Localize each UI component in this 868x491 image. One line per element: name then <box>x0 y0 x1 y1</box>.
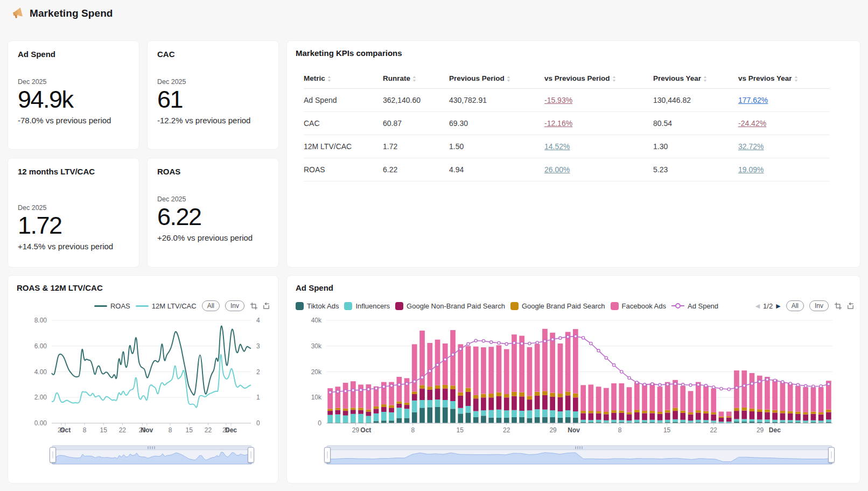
svg-text:15: 15 <box>186 426 193 434</box>
svg-text:22: 22 <box>710 426 717 434</box>
kpi-card-roas: ROAS Dec 2025 6.22 +26.0% vs previous pe… <box>147 158 279 268</box>
svg-text:40k: 40k <box>311 317 322 324</box>
kpi-title: ROAS <box>157 167 269 176</box>
line-swatch <box>136 305 149 307</box>
cell-runrate: 362,140.60 <box>383 89 449 112</box>
column-header-vs-previous-period[interactable]: vs Previous Period <box>544 69 653 89</box>
legend-prev-page-icon[interactable]: ◀ <box>755 303 760 309</box>
legend-item-roas[interactable]: ROAS <box>94 302 130 310</box>
cell-vs-previous-period-link[interactable]: 14.52% <box>544 142 570 151</box>
restore-icon[interactable] <box>262 302 270 310</box>
swatch <box>611 302 619 310</box>
svg-text:6.00: 6.00 <box>34 342 47 350</box>
cell-vs-previous-year-link[interactable]: 177.62% <box>738 96 768 104</box>
kpi-table: MetricRunratePrevious Periodvs Previous … <box>304 69 830 181</box>
svg-text:Nov: Nov <box>568 426 580 434</box>
zoom-select-icon[interactable] <box>834 302 842 310</box>
cell-vs-previous-year-link[interactable]: -24.42% <box>738 119 766 128</box>
cell-previous-year: 1.30 <box>653 135 738 158</box>
datazoom-move-bar[interactable] <box>52 446 251 450</box>
legend-item-12m-ltv-cac[interactable]: 12M LTV/CAC <box>136 302 197 310</box>
kpi-title: Ad Spend <box>18 50 129 59</box>
cell-vs-previous-period-link[interactable]: -15.93% <box>544 96 572 104</box>
sort-icon <box>794 76 798 82</box>
svg-text:3: 3 <box>256 342 260 350</box>
column-header-runrate[interactable]: Runrate <box>383 69 449 89</box>
series-tiktok-ads <box>327 407 831 423</box>
cell-vs-previous-period-link[interactable]: 26.00% <box>544 165 570 174</box>
svg-text:30k: 30k <box>311 342 322 350</box>
svg-text:15: 15 <box>100 426 108 434</box>
table-title: Marketing KPIs comparions <box>296 48 851 58</box>
roas-ltv-datazoom-slider[interactable] <box>52 445 252 465</box>
legend-page-indicator: 1/2 <box>763 302 773 310</box>
series-12m-ltv-cac <box>52 355 251 408</box>
datazoom-right-handle[interactable] <box>248 447 254 463</box>
column-header-metric[interactable]: Metric <box>304 69 383 89</box>
legend-all-button[interactable]: All <box>786 300 804 311</box>
roas-ltv-legend: ROAS 12M LTV/CAC All Inv <box>94 300 270 311</box>
cell-vs-previous-period-link[interactable]: -12.16% <box>544 119 572 128</box>
series-influencers <box>327 399 831 423</box>
cell-vs-previous-year-link[interactable]: 19.09% <box>738 165 764 174</box>
column-header-vs-previos-year[interactable]: vs Previos Year <box>738 69 830 89</box>
restore-icon[interactable] <box>846 302 855 310</box>
legend-item-ad-spend-line[interactable]: Ad Spend <box>671 302 718 310</box>
series-google-brand-paid-search <box>327 385 831 418</box>
legend-item-google-brand-paid-search[interactable]: Google Brand Paid Search <box>510 302 605 310</box>
datazoom-right-handle[interactable] <box>828 447 835 463</box>
marketing-spend-dashboard: Marketing Spend Ad Spend Dec 2025 94.9k … <box>0 0 868 491</box>
series-facebook-ads <box>327 329 831 417</box>
ad-spend-chart[interactable]: 010k20k30k40k29Oct8152229Nov8152229Dec <box>287 313 861 440</box>
chart-title: ROAS & 12M LTV/CAC <box>17 283 103 292</box>
kpi-card-cac: CAC Dec 2025 61 -12.2% vs previous perio… <box>147 40 279 150</box>
svg-text:20k: 20k <box>311 368 322 376</box>
cell-metric: Ad Spend <box>304 89 383 112</box>
svg-text:29: 29 <box>352 426 360 434</box>
legend-item-facebook-ads[interactable]: Facebook Ads <box>611 302 666 310</box>
cell-previous-period: 4.94 <box>449 158 544 181</box>
svg-text:8: 8 <box>411 426 415 434</box>
legend-all-button[interactable]: All <box>202 300 220 311</box>
cell-previous-period: 430,782.91 <box>449 89 544 112</box>
kpi-delta: -12.2% vs previous period <box>157 116 269 125</box>
cell-previous-period: 1.50 <box>449 135 544 158</box>
column-header-previous-period[interactable]: Previous Period <box>449 69 544 89</box>
svg-text:8: 8 <box>83 426 87 434</box>
cell-previous-year: 5.23 <box>653 158 738 181</box>
ad-spend-datazoom-slider[interactable] <box>326 445 832 465</box>
swatch <box>344 302 352 310</box>
legend-item-influencers[interactable]: Influencers <box>344 302 390 310</box>
legend-inv-button[interactable]: Inv <box>225 300 244 311</box>
cell-previous-year: 130,446.82 <box>653 89 738 112</box>
roas-ltv-chart[interactable]: 0.0002.0014.0026.0038.00429Oct8152229Nov… <box>8 313 279 440</box>
kpi-delta: -78.0% vs previous period <box>18 116 129 125</box>
line-marker-swatch <box>671 303 684 308</box>
svg-text:2: 2 <box>256 368 260 376</box>
datazoom-move-bar[interactable] <box>327 446 832 450</box>
svg-text:15: 15 <box>663 426 671 434</box>
svg-text:1: 1 <box>256 394 260 401</box>
datazoom-left-handle[interactable] <box>50 447 56 463</box>
cell-metric: 12M LTV/CAC <box>304 135 383 158</box>
datazoom-grip[interactable] <box>148 446 156 449</box>
cell-metric: ROAS <box>304 158 383 181</box>
legend-inv-button[interactable]: Inv <box>809 300 829 311</box>
cell-metric: CAC <box>304 112 383 135</box>
svg-text:10k: 10k <box>311 394 322 401</box>
cell-vs-previous-year-link[interactable]: 32.72% <box>738 142 764 151</box>
zoom-select-icon[interactable] <box>250 302 258 310</box>
column-header-previous-year[interactable]: Previous Year <box>653 69 738 89</box>
legend-next-page-icon[interactable]: ▶ <box>776 303 780 309</box>
svg-text:2.00: 2.00 <box>34 394 47 401</box>
ad-spend-legend: Tiktok Ads Influencers Google Non-Brand … <box>296 300 855 311</box>
svg-text:Dec: Dec <box>225 426 237 434</box>
kpi-delta: +14.5% vs previous period <box>18 242 129 251</box>
datazoom-left-handle[interactable] <box>324 447 331 463</box>
chart-toolbox <box>834 302 855 310</box>
legend-item-google-non-brand-paid-search[interactable]: Google Non-Brand Paid Search <box>395 302 505 310</box>
svg-text:Nov: Nov <box>141 426 153 434</box>
legend-item-tiktok-ads[interactable]: Tiktok Ads <box>296 302 339 310</box>
svg-text:Oct: Oct <box>60 426 71 434</box>
datazoom-grip[interactable] <box>575 446 584 449</box>
